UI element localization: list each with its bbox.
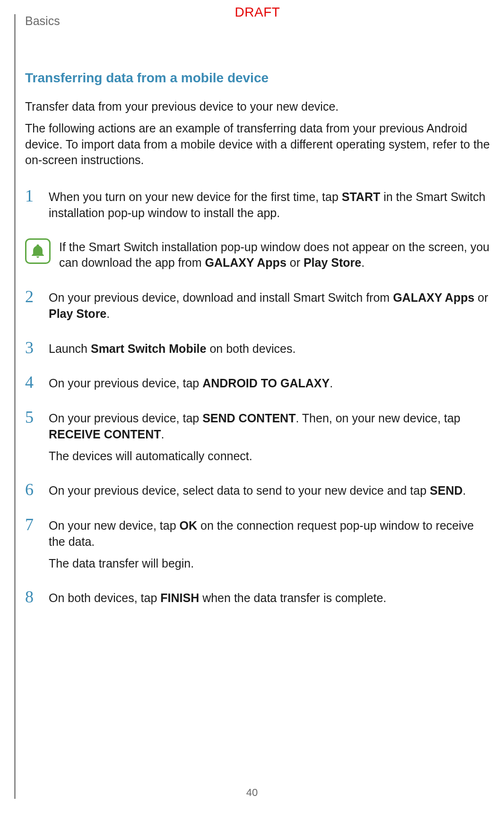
step-text: On your new device, tap OK on the connec… [49, 516, 490, 571]
step-number: 8 [25, 588, 49, 605]
step-3: 3 Launch Smart Switch Mobile on both dev… [25, 339, 490, 357]
step-text: When you turn on your new device for the… [49, 187, 490, 221]
draft-watermark: DRAFT [235, 5, 280, 20]
section-name: Basics [25, 14, 60, 28]
bell-icon [25, 238, 51, 264]
step-5: 5 On your previous device, tap SEND CONT… [25, 409, 490, 464]
page-number: 40 [246, 787, 258, 799]
subheading: Transferring data from a mobile device [25, 70, 490, 86]
step-number: 1 [25, 187, 49, 204]
step-7: 7 On your new device, tap OK on the conn… [25, 516, 490, 571]
step-6: 6 On your previous device, select data t… [25, 481, 490, 499]
intro-paragraph-2: The following actions are an example of … [25, 121, 490, 168]
step-1: 1 When you turn on your new device for t… [25, 187, 490, 221]
step-number: 5 [25, 409, 49, 426]
step-text: Launch Smart Switch Mobile on both devic… [49, 339, 490, 357]
step-2: 2 On your previous device, download and … [25, 288, 490, 322]
step-text: On your previous device, download and in… [49, 288, 490, 322]
step-text: On your previous device, tap ANDROID TO … [49, 374, 490, 392]
step-text: On your previous device, tap SEND CONTEN… [49, 409, 490, 464]
step-text: On both devices, tap FINISH when the dat… [49, 588, 490, 606]
step-number: 2 [25, 288, 49, 305]
note-block: If the Smart Switch installation pop-up … [25, 238, 490, 271]
step-text: On your previous device, select data to … [49, 481, 490, 499]
note-text: If the Smart Switch installation pop-up … [59, 238, 490, 271]
steps-list: 1 When you turn on your new device for t… [25, 187, 490, 606]
step-number: 6 [25, 481, 49, 498]
step-8: 8 On both devices, tap FINISH when the d… [25, 588, 490, 606]
page-header: Basics DRAFT [25, 14, 490, 28]
step-number: 7 [25, 516, 49, 533]
step-number: 4 [25, 374, 49, 391]
step-4: 4 On your previous device, tap ANDROID T… [25, 374, 490, 392]
step-number: 3 [25, 339, 49, 356]
intro-paragraph-1: Transfer data from your previous device … [25, 99, 490, 115]
